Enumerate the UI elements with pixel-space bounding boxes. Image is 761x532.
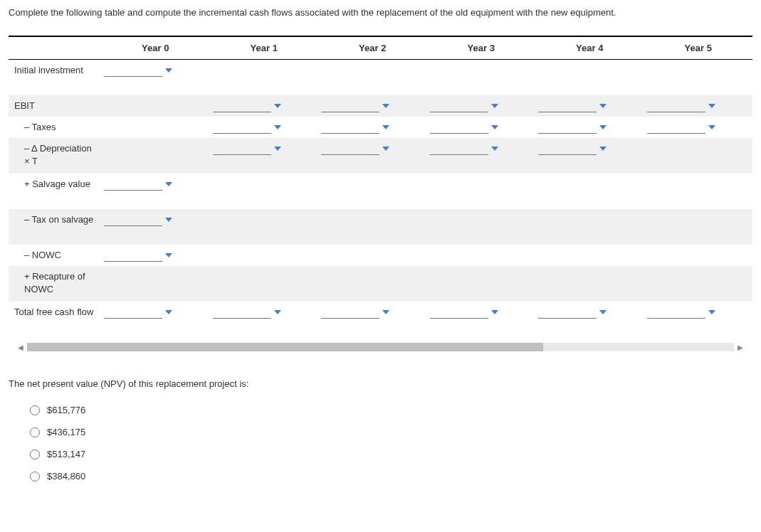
dropdown-input[interactable] bbox=[104, 306, 207, 319]
npv-radio-group: $615,776 $436,175 $513,147 $384,860 bbox=[9, 405, 752, 482]
dropdown-input[interactable] bbox=[104, 178, 207, 191]
header-row: Year 0 Year 1 Year 2 Year 3 Year 4 Year … bbox=[9, 36, 752, 60]
input-line[interactable] bbox=[538, 100, 597, 112]
chevron-down-icon[interactable] bbox=[599, 147, 607, 151]
dropdown-input[interactable] bbox=[538, 121, 641, 134]
data-cell bbox=[210, 245, 319, 266]
input-line[interactable] bbox=[430, 306, 488, 319]
input-line[interactable] bbox=[538, 306, 597, 319]
chevron-down-icon[interactable] bbox=[274, 125, 281, 129]
col-header-year4: Year 4 bbox=[535, 36, 644, 60]
chevron-down-icon[interactable] bbox=[708, 125, 715, 129]
chevron-down-icon[interactable] bbox=[599, 104, 607, 108]
hscroll-bar[interactable]: ◀▶ bbox=[14, 341, 747, 353]
npv-label-0[interactable]: $615,776 bbox=[47, 405, 85, 415]
dropdown-input[interactable] bbox=[321, 142, 424, 155]
input-line[interactable] bbox=[213, 142, 271, 155]
chevron-down-icon[interactable] bbox=[599, 310, 607, 314]
input-line[interactable] bbox=[538, 142, 597, 155]
dropdown-input[interactable] bbox=[213, 100, 316, 112]
dropdown-input[interactable] bbox=[647, 100, 750, 112]
npv-label-1[interactable]: $436,175 bbox=[47, 427, 85, 437]
dropdown-input[interactable] bbox=[104, 213, 207, 226]
chevron-down-icon[interactable] bbox=[599, 125, 607, 129]
dropdown-input[interactable] bbox=[430, 142, 533, 155]
npv-radio-3[interactable] bbox=[30, 472, 40, 482]
row-label: EBIT bbox=[14, 100, 95, 112]
dropdown-input[interactable] bbox=[213, 142, 316, 155]
dropdown-input[interactable] bbox=[213, 121, 316, 134]
npv-radio-0[interactable] bbox=[30, 405, 40, 415]
dropdown-input[interactable] bbox=[647, 306, 750, 319]
chevron-down-icon[interactable] bbox=[491, 310, 498, 314]
input-line[interactable] bbox=[430, 121, 488, 134]
dropdown-input[interactable] bbox=[104, 249, 207, 262]
dropdown-input[interactable] bbox=[321, 100, 424, 112]
dropdown-input[interactable] bbox=[430, 121, 533, 134]
chevron-down-icon[interactable] bbox=[382, 310, 389, 314]
npv-option-1[interactable]: $436,175 bbox=[30, 427, 752, 437]
dropdown-input[interactable] bbox=[430, 306, 533, 319]
dropdown-input[interactable] bbox=[104, 64, 207, 77]
hscroll-track[interactable] bbox=[27, 343, 734, 351]
col-header-year2: Year 2 bbox=[318, 36, 427, 60]
chevron-down-icon[interactable] bbox=[165, 182, 172, 186]
chevron-down-icon[interactable] bbox=[491, 125, 498, 129]
input-line[interactable] bbox=[647, 100, 705, 112]
input-line[interactable] bbox=[104, 249, 162, 262]
npv-radio-1[interactable] bbox=[30, 427, 40, 437]
hscroll-right-icon[interactable]: ▶ bbox=[734, 341, 747, 353]
chevron-down-icon[interactable] bbox=[491, 104, 498, 108]
input-line[interactable] bbox=[213, 100, 271, 112]
data-cell bbox=[535, 245, 644, 266]
dropdown-input[interactable] bbox=[321, 306, 424, 319]
dropdown-input[interactable] bbox=[538, 142, 641, 155]
chevron-down-icon[interactable] bbox=[165, 218, 172, 222]
npv-radio-2[interactable] bbox=[30, 449, 40, 459]
npv-option-3[interactable]: $384,860 bbox=[30, 471, 752, 482]
npv-option-2[interactable]: $513,147 bbox=[30, 449, 752, 459]
npv-option-0[interactable]: $615,776 bbox=[30, 405, 752, 415]
chevron-down-icon[interactable] bbox=[708, 310, 715, 314]
input-line[interactable] bbox=[321, 306, 379, 319]
dropdown-input[interactable] bbox=[647, 121, 750, 134]
input-line[interactable] bbox=[213, 121, 271, 134]
data-cell bbox=[535, 174, 644, 209]
chevron-down-icon[interactable] bbox=[382, 104, 389, 108]
data-cell bbox=[210, 174, 319, 209]
chevron-down-icon[interactable] bbox=[165, 253, 172, 257]
input-line[interactable] bbox=[213, 306, 271, 319]
chevron-down-icon[interactable] bbox=[382, 147, 389, 151]
dropdown-input[interactable] bbox=[538, 100, 641, 112]
dropdown-input[interactable] bbox=[213, 306, 316, 319]
input-line[interactable] bbox=[321, 121, 379, 134]
input-line[interactable] bbox=[538, 121, 597, 134]
input-line[interactable] bbox=[104, 213, 162, 226]
input-line[interactable] bbox=[321, 100, 379, 112]
chevron-down-icon[interactable] bbox=[274, 310, 281, 314]
chevron-down-icon[interactable] bbox=[382, 125, 389, 129]
chevron-down-icon[interactable] bbox=[165, 310, 172, 314]
chevron-down-icon[interactable] bbox=[708, 104, 715, 108]
data-cell bbox=[535, 266, 644, 302]
dropdown-input[interactable] bbox=[321, 121, 424, 134]
dropdown-input[interactable] bbox=[538, 306, 641, 319]
row-label: Initial investment bbox=[14, 64, 95, 77]
input-line[interactable] bbox=[647, 121, 705, 134]
input-line[interactable] bbox=[647, 306, 705, 319]
input-line[interactable] bbox=[104, 64, 162, 77]
input-line[interactable] bbox=[430, 142, 488, 155]
input-line[interactable] bbox=[321, 142, 379, 155]
npv-label-2[interactable]: $513,147 bbox=[47, 449, 85, 459]
chevron-down-icon[interactable] bbox=[491, 147, 498, 151]
chevron-down-icon[interactable] bbox=[274, 104, 281, 108]
chevron-down-icon[interactable] bbox=[274, 147, 281, 151]
hscroll-left-icon[interactable]: ◀ bbox=[14, 341, 27, 353]
input-line[interactable] bbox=[104, 178, 162, 191]
input-line[interactable] bbox=[104, 306, 162, 319]
dropdown-input[interactable] bbox=[430, 100, 533, 112]
hscroll-thumb[interactable] bbox=[27, 343, 543, 351]
chevron-down-icon[interactable] bbox=[165, 68, 172, 73]
input-line[interactable] bbox=[430, 100, 488, 112]
npv-label-3[interactable]: $384,860 bbox=[47, 471, 85, 482]
